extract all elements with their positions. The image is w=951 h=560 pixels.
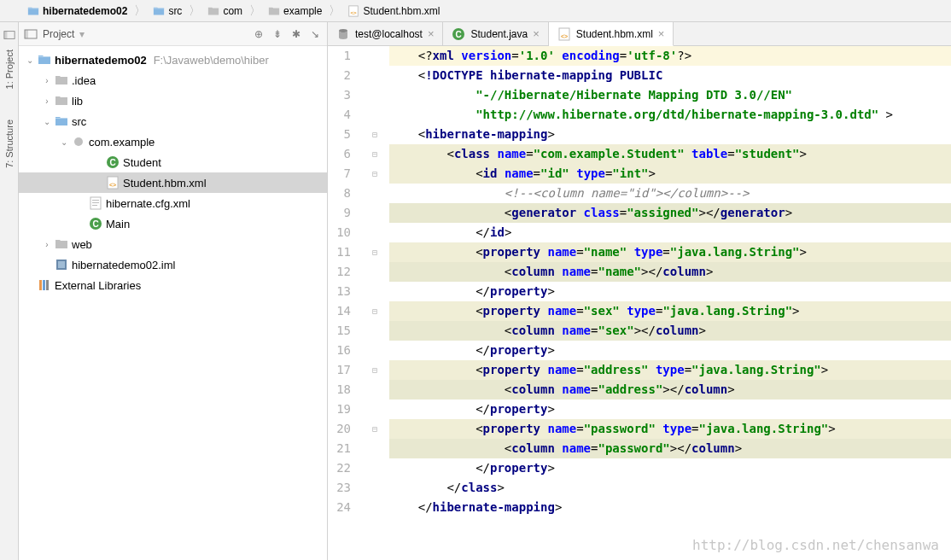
collapse-button[interactable]: ⇟: [271, 27, 284, 41]
code-line[interactable]: "-//Hibernate/Hibernate Mapping DTD 3.0/…: [389, 85, 951, 105]
project-tree[interactable]: ⌄hibernatedemo02F:\Javaweb\demo\hiber›.i…: [19, 46, 327, 560]
tree-arrow[interactable]: ›: [43, 240, 51, 249]
rail-project[interactable]: 1: Project: [3, 44, 16, 94]
code-line[interactable]: </hibernate-mapping>: [389, 498, 951, 517]
tree-row[interactable]: Main: [19, 213, 327, 234]
editor-tab[interactable]: Student.hbm.xml×: [549, 22, 674, 46]
breadcrumb-item[interactable]: Student.hbm.xml: [344, 5, 443, 17]
class-icon: [452, 27, 465, 41]
code-line[interactable]: <property name="password" type="java.lan…: [389, 419, 951, 439]
iml-icon: [55, 258, 68, 271]
breadcrumb-label: Student.hbm.xml: [363, 5, 440, 17]
code-line[interactable]: <!--<column name="id"></column>-->: [389, 184, 951, 203]
breadcrumb-item[interactable]: com: [204, 5, 246, 17]
package-icon: [72, 135, 85, 149]
editor-pane: test@localhost×Student.java×Student.hbm.…: [328, 22, 951, 560]
breadcrumb-item[interactable]: example: [265, 5, 325, 17]
folder-blue-icon: [38, 53, 51, 67]
tree-label: Main: [106, 218, 130, 230]
tree-row[interactable]: ›.idea: [19, 70, 327, 90]
code-line[interactable]: </class>: [389, 478, 951, 498]
line-gutter: 123456789101112131415161718192021222324: [328, 46, 369, 560]
tree-row[interactable]: hibernatedemo02.iml: [19, 254, 327, 275]
breadcrumb-item[interactable]: hibernatedemo02: [24, 5, 131, 17]
tree-row[interactable]: ⌄com.example: [19, 131, 327, 152]
tree-arrow[interactable]: ⌄: [60, 137, 68, 147]
code-line[interactable]: </property>: [389, 282, 951, 301]
tree-label: Student: [123, 156, 161, 169]
tree-row[interactable]: ⌄hibernatedemo02F:\Javaweb\demo\hiber: [19, 50, 327, 70]
folder-gray-icon: [207, 5, 219, 17]
tree-label: web: [72, 238, 92, 251]
close-icon[interactable]: ×: [658, 27, 665, 40]
tree-row[interactable]: Student.hbm.xml: [19, 172, 327, 193]
folder-gray-icon: [55, 73, 68, 87]
tree-arrow[interactable]: ›: [43, 96, 51, 106]
class-icon: [89, 217, 102, 230]
rail-structure[interactable]: 7: Structure: [3, 114, 16, 173]
code-line[interactable]: <column name="password"></column>: [389, 439, 951, 458]
watermark: http://blog.csdn.net/chensanwa: [692, 537, 939, 553]
code-line[interactable]: <id name="id" type="int">: [389, 164, 951, 184]
tree-row[interactable]: Student: [19, 152, 327, 172]
locate-button[interactable]: ⊕: [252, 27, 265, 41]
xml-icon: [557, 27, 571, 41]
tree-row[interactable]: ›lib: [19, 90, 327, 111]
project-icon: [24, 27, 38, 41]
tree-arrow[interactable]: ›: [43, 76, 51, 85]
code-line[interactable]: <property name="name" type="java.lang.St…: [389, 242, 951, 262]
code-line[interactable]: </property>: [389, 458, 951, 478]
code-line[interactable]: </id>: [389, 223, 951, 242]
hide-button[interactable]: ↘: [308, 27, 322, 41]
tree-label: hibernatedemo02: [55, 54, 147, 67]
breadcrumb-label: example: [283, 5, 322, 17]
code-line[interactable]: <property name="address" type="java.lang…: [389, 360, 951, 380]
tree-label: hibernate.cfg.xml: [106, 197, 190, 210]
code-line[interactable]: <property name="sex" type="java.lang.Str…: [389, 301, 951, 321]
tree-label: com.example: [89, 136, 155, 149]
project-title: Project: [43, 28, 74, 40]
breadcrumb-item[interactable]: src: [149, 5, 185, 17]
code-line[interactable]: <?xml version='1.0' encoding='utf-8'?>: [389, 46, 951, 66]
folder-blue-icon: [153, 5, 165, 17]
code-line[interactable]: <class name="com.example.Student" table=…: [389, 144, 951, 164]
code-line[interactable]: <hibernate-mapping>: [389, 125, 951, 144]
close-icon[interactable]: ×: [428, 27, 435, 40]
tree-label: Student.hbm.xml: [123, 177, 207, 190]
left-tool-rail: 1: Project 7: Structure: [0, 22, 19, 560]
code-line[interactable]: <!DOCTYPE hibernate-mapping PUBLIC: [389, 66, 951, 85]
xml-icon: [106, 176, 120, 190]
breadcrumb: hibernatedemo02〉src〉com〉example〉Student.…: [0, 0, 951, 22]
class-icon: [106, 155, 120, 169]
tree-row[interactable]: ⌄src: [19, 111, 327, 131]
tab-label: Student.hbm.xml: [576, 28, 653, 40]
code-line[interactable]: "http://www.hibernate.org/dtd/hibernate-…: [389, 105, 951, 125]
code-line[interactable]: </property>: [389, 400, 951, 419]
code-line[interactable]: <column name="sex"></column>: [389, 321, 951, 341]
lib-icon: [38, 278, 51, 292]
tree-row[interactable]: ›web: [19, 234, 327, 254]
code-line[interactable]: <column name="address"></column>: [389, 380, 951, 400]
editor-tab[interactable]: test@localhost×: [328, 22, 443, 45]
folder-blue-icon: [27, 5, 39, 17]
db-icon: [336, 27, 350, 41]
settings-button[interactable]: ✱: [289, 27, 303, 41]
tree-row[interactable]: External Libraries: [19, 275, 327, 295]
editor-tab[interactable]: Student.java×: [443, 22, 548, 45]
close-icon[interactable]: ×: [533, 27, 540, 40]
code-line[interactable]: <column name="name"></column>: [389, 262, 951, 282]
tree-row[interactable]: hibernate.cfg.xml: [19, 193, 327, 213]
project-panel: Project ▾ ⊕ ⇟ ✱ ↘ ⌄hibernatedemo02F:\Jav…: [19, 22, 328, 560]
fold-gutter[interactable]: ⊟⊟⊟⊟⊟⊟⊟: [369, 46, 381, 560]
tree-label: src: [72, 115, 86, 128]
tree-arrow[interactable]: ⌄: [26, 55, 34, 65]
folder-gray-icon: [55, 237, 68, 251]
tree-arrow[interactable]: ⌄: [43, 117, 51, 126]
editor-tabs: test@localhost×Student.java×Student.hbm.…: [328, 22, 951, 46]
code-line[interactable]: <generator class="assigned"></generator>: [389, 203, 951, 223]
tree-suffix: F:\Javaweb\demo\hiber: [154, 54, 269, 67]
code-line[interactable]: </property>: [389, 341, 951, 360]
code-area[interactable]: <?xml version='1.0' encoding='utf-8'?> <…: [381, 46, 951, 560]
chevron-right-icon: 〉: [132, 3, 148, 19]
editor-body[interactable]: 123456789101112131415161718192021222324 …: [328, 46, 951, 560]
